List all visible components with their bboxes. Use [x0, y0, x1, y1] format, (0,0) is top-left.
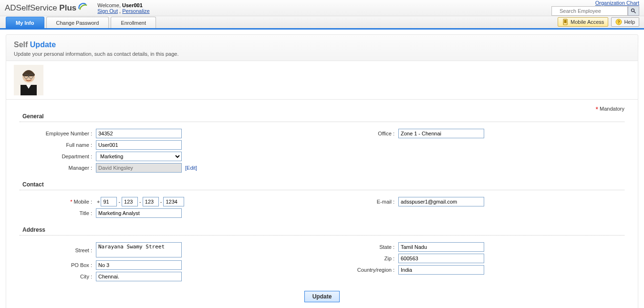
label-zip: Zip :: [322, 256, 398, 261]
mobile-access-button[interactable]: Mobile Access: [558, 17, 608, 27]
label-full-name: Full name :: [20, 142, 96, 148]
tab-enrollment[interactable]: Enrollment: [111, 17, 156, 28]
email-input[interactable]: [398, 197, 484, 206]
help-icon: ?: [615, 19, 622, 25]
welcome-text: Welcome,: [97, 2, 122, 8]
search-button[interactable]: [628, 6, 639, 16]
help-button[interactable]: ? Help: [611, 17, 639, 27]
welcome-block: Welcome, User001 Sign Out , Personalize: [97, 2, 149, 14]
street-input[interactable]: Narayana Swamy Street: [96, 242, 182, 257]
page-body: Self Update Update your personal informa…: [0, 30, 644, 308]
page-title: Self Update: [14, 41, 630, 49]
label-street: Street :: [20, 247, 96, 253]
mobile-access-label: Mobile Access: [571, 19, 604, 25]
section-address: Address: [22, 226, 624, 233]
label-office: Office :: [322, 131, 398, 136]
mobile-p3-input[interactable]: [163, 197, 184, 206]
product-name: ADSelfService Plus: [5, 3, 76, 13]
product-name-bold: Plus: [59, 3, 76, 12]
label-department: Department :: [20, 154, 96, 159]
title-area: Self Update Update your personal informa…: [6, 34, 638, 61]
tab-bar: My Info Change Password Enrollment Mobil…: [0, 16, 644, 30]
state-input[interactable]: [398, 242, 484, 252]
search-employee: ▾: [551, 6, 639, 16]
product-logo: ADSelfService Plus: [5, 3, 88, 13]
mobile-group: +---: [96, 197, 184, 206]
label-city: City :: [20, 274, 96, 279]
label-country: Country/region :: [322, 267, 398, 273]
svg-point-0: [632, 9, 634, 12]
form-area: * Mandatory General Employee Number : Fu…: [6, 100, 638, 308]
update-button[interactable]: Update: [304, 291, 340, 302]
svg-text:?: ?: [618, 20, 621, 24]
pobox-input[interactable]: [96, 260, 182, 270]
label-state: State :: [322, 244, 398, 250]
tab-change-password[interactable]: Change Password: [46, 17, 109, 28]
product-name-pre: ADSelfService: [5, 3, 59, 12]
label-email: E-mail :: [322, 199, 398, 205]
city-input[interactable]: [96, 272, 182, 281]
label-mobile: * Mobile :: [20, 199, 96, 205]
label-manager: Manager :: [20, 165, 96, 171]
search-input[interactable]: [551, 6, 628, 16]
personalize-link[interactable]: Personalize: [122, 8, 149, 14]
section-general: General: [22, 113, 624, 120]
page-subtitle: Update your personal information, such a…: [14, 51, 630, 57]
office-input[interactable]: [398, 129, 484, 138]
section-contact: Contact: [22, 181, 624, 188]
org-chart-link[interactable]: Organization Chart: [551, 0, 639, 6]
avatar: [14, 65, 43, 95]
zip-input[interactable]: [398, 254, 484, 263]
manager-edit-link[interactable]: [Edit]: [185, 165, 197, 171]
header-right: Organization Chart ▾: [551, 0, 639, 16]
arc-icon: [77, 1, 88, 11]
app-header: ADSelfService Plus Welcome, User001 Sign…: [0, 0, 644, 16]
label-title: Title :: [20, 210, 96, 216]
mobile-cc-input[interactable]: [101, 197, 117, 206]
mandatory-note: * Mandatory: [596, 105, 625, 113]
mobile-p2-input[interactable]: [143, 197, 159, 206]
department-select[interactable]: Marketing: [96, 152, 182, 161]
label-emp-no: Employee Number :: [20, 131, 96, 136]
photo-band: [6, 61, 638, 100]
full-name-input[interactable]: [96, 140, 182, 150]
svg-line-1: [634, 11, 636, 13]
help-label: Help: [624, 19, 635, 25]
label-pobox: PO Box :: [20, 262, 96, 268]
mobile-p1-input[interactable]: [122, 197, 138, 206]
svg-rect-3: [564, 20, 567, 23]
emp-no-input[interactable]: [96, 129, 182, 138]
manager-input: [96, 163, 182, 173]
welcome-user: User001: [122, 2, 143, 8]
country-input[interactable]: [398, 265, 484, 275]
update-bar: Update: [20, 283, 624, 302]
signout-link[interactable]: Sign Out: [97, 8, 118, 14]
magnifier-icon: [631, 8, 636, 14]
tab-my-info[interactable]: My Info: [6, 17, 44, 28]
title-input[interactable]: [96, 208, 182, 218]
phone-icon: [562, 19, 569, 25]
